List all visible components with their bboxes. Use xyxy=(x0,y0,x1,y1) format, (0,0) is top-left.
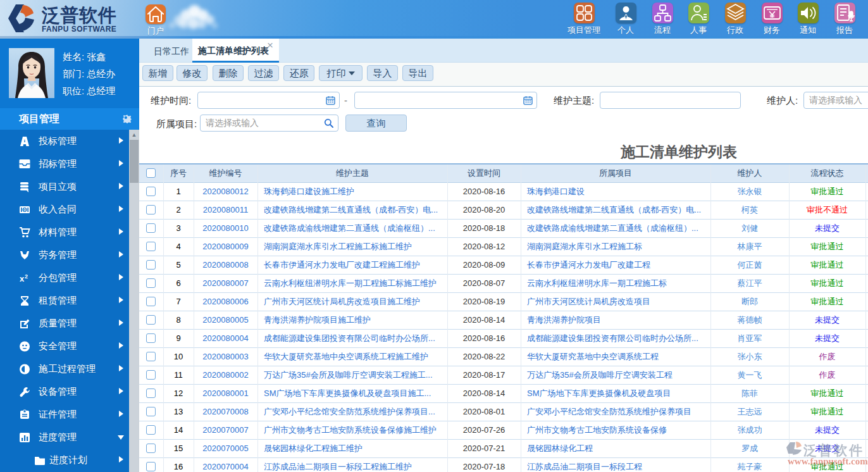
svg-text:x: x xyxy=(20,274,25,283)
svg-text:0: 0 xyxy=(23,208,26,212)
svg-text:2: 2 xyxy=(25,273,28,280)
svg-text:www.fanpusoft.com: www.fanpusoft.com xyxy=(788,456,868,466)
svg-text:泛普软件: 泛普软件 xyxy=(803,443,864,457)
